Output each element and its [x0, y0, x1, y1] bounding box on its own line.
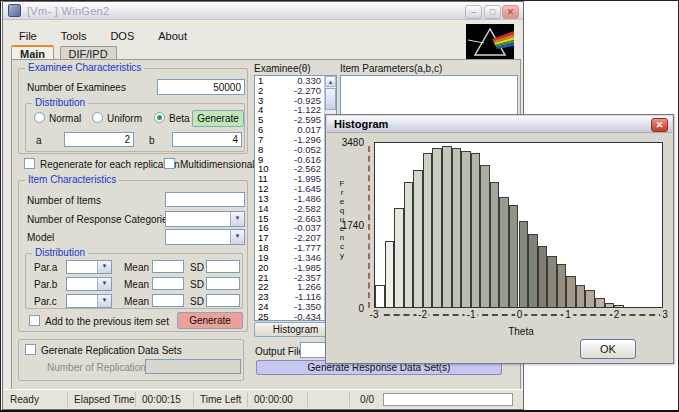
time-left-label: Time Left [194, 392, 248, 407]
ok-button[interactable]: OK [580, 339, 636, 359]
add-previous-checkbox[interactable] [29, 315, 40, 326]
par-b-sd-input[interactable] [206, 277, 240, 290]
model-label: Model [27, 232, 54, 243]
generate-replication-label: Gerenate Replication Data Sets [41, 345, 182, 356]
scrollbar-thumb[interactable] [325, 88, 336, 110]
histogram-bar [413, 170, 423, 307]
x-axis-title: Theta [476, 326, 566, 337]
histogram-bar [432, 148, 442, 307]
menu-item-dos[interactable]: DOS [101, 28, 143, 42]
histogram-title-bar[interactable]: Histogram ✕ [327, 116, 672, 133]
histogram-bar [394, 208, 404, 307]
close-icon[interactable]: ✕ [502, 5, 519, 19]
histogram-bar [595, 298, 605, 307]
histogram-bar [509, 205, 519, 307]
chevron-down-icon[interactable]: ▼ [230, 212, 244, 226]
a-input[interactable] [64, 132, 134, 147]
par-a-sd-input[interactable] [206, 260, 240, 273]
generate-replication-checkbox[interactable] [25, 344, 36, 355]
x-tick-label: -2 [416, 309, 429, 320]
time-left-value: 00:00:00 [248, 392, 308, 407]
histogram-bar [547, 256, 557, 307]
chevron-down-icon[interactable]: ▼ [97, 295, 111, 307]
radio-beta[interactable] [154, 112, 165, 123]
tab-strip: Main DIF/IPD [11, 44, 118, 59]
x-tick-label: 2 [612, 309, 622, 320]
examinee-characteristics-group: Examinee Characteristics Number of Exami… [18, 68, 248, 154]
chevron-down-icon[interactable]: ▼ [97, 278, 111, 290]
examinee-distribution-title: Distribution [32, 97, 88, 108]
y-axis-title-letter: q [338, 206, 346, 215]
number-of-response-categories-label: Number of Response Categories [27, 214, 173, 225]
multidimensional-checkbox[interactable] [164, 158, 175, 169]
regenerate-checkbox[interactable] [24, 158, 35, 169]
model-select[interactable]: ▼ [165, 229, 245, 245]
histogram-bar [538, 246, 548, 307]
elapsed-time-label: Elapsed Time [68, 392, 136, 407]
elapsed-time-value: 00:00:15 [136, 392, 194, 407]
b-input[interactable] [172, 132, 242, 147]
par-a-select[interactable]: ▼ [66, 260, 112, 274]
histogram-bar [605, 303, 615, 307]
histogram-bar [442, 146, 452, 307]
radio-normal[interactable] [34, 112, 45, 123]
minimize-button[interactable]: – [465, 5, 482, 19]
y-tick-label: 1740 [330, 220, 364, 231]
par-b-mean-label: Mean [124, 279, 149, 290]
item-distribution-title: Distribution [32, 247, 88, 258]
histogram-bar [557, 264, 567, 307]
radio-dot [157, 115, 162, 120]
par-a-mean-input[interactable] [152, 260, 184, 273]
menu-item-about[interactable]: About [149, 28, 196, 42]
examinee-theta-value: -0.434 [294, 312, 321, 321]
menu-item-tools[interactable]: Tools [52, 28, 96, 42]
restore-button[interactable]: □ [484, 5, 501, 19]
y-axis-title-letter: e [338, 197, 346, 206]
chevron-down-icon[interactable]: ▼ [230, 230, 244, 244]
screenshot-root: [Vm- ] WinGen2 – □ ✕ FileToolsDOSAbout M… [0, 0, 679, 412]
y-axis-title-letter: y [338, 251, 346, 260]
y-tick-label: 3480 [330, 137, 364, 148]
histogram-bar [614, 305, 624, 307]
number-of-items-input[interactable] [165, 192, 245, 207]
output-file-label: Output File [255, 346, 304, 357]
number-of-examinees-input[interactable] [157, 79, 245, 95]
y-axis-title-letter: r [338, 188, 346, 197]
y-axis-title-letter: F [338, 179, 346, 188]
scroll-up-icon[interactable]: ▲ [325, 76, 336, 87]
par-a-label: Par.a [34, 262, 57, 273]
x-tick-label: 0 [515, 309, 525, 320]
y-tick-label: 0 [330, 303, 364, 314]
radio-uniform[interactable] [92, 112, 103, 123]
menu-item-file[interactable]: File [10, 28, 46, 42]
histogram-bar [423, 153, 433, 307]
tab-main[interactable]: Main [11, 45, 54, 60]
par-c-mean-label: Mean [124, 296, 149, 307]
histogram-bar [375, 285, 385, 307]
par-a-mean-label: Mean [124, 262, 149, 273]
radio-label-normal: Normal [49, 113, 81, 124]
par-c-mean-input[interactable] [152, 294, 184, 307]
examinee-distribution-group: Distribution NormalUniformBeta Generate … [25, 103, 245, 152]
histogram-bar [566, 276, 576, 307]
response-categories-select[interactable]: ▼ [165, 211, 245, 227]
par-b-select[interactable]: ▼ [66, 277, 112, 291]
histogram-bar [471, 153, 481, 307]
par-c-select[interactable]: ▼ [66, 294, 112, 308]
examinee-list-header: Examinee(θ) [254, 63, 311, 74]
histogram-window: Histogram ✕ Frequency 348017400 -3-2-101… [325, 114, 674, 364]
par-c-sd-label: SD [190, 296, 204, 307]
generate-items-button[interactable]: Generate [177, 312, 243, 329]
progress-count: 0/0 [350, 392, 380, 407]
app-icon [8, 4, 21, 17]
par-c-sd-input[interactable] [206, 294, 240, 307]
title-bar[interactable]: [Vm- ] WinGen2 – □ ✕ [3, 2, 523, 20]
par-b-mean-input[interactable] [152, 277, 184, 290]
chevron-down-icon[interactable]: ▼ [97, 261, 111, 273]
x-tick-label: 3 [660, 309, 670, 320]
close-icon[interactable]: ✕ [651, 118, 668, 132]
prism-logo [466, 24, 514, 60]
par-b-label: Par.b [34, 279, 57, 290]
number-of-replications-input[interactable] [145, 359, 241, 374]
generate-examinees-button[interactable]: Generate [192, 110, 244, 127]
